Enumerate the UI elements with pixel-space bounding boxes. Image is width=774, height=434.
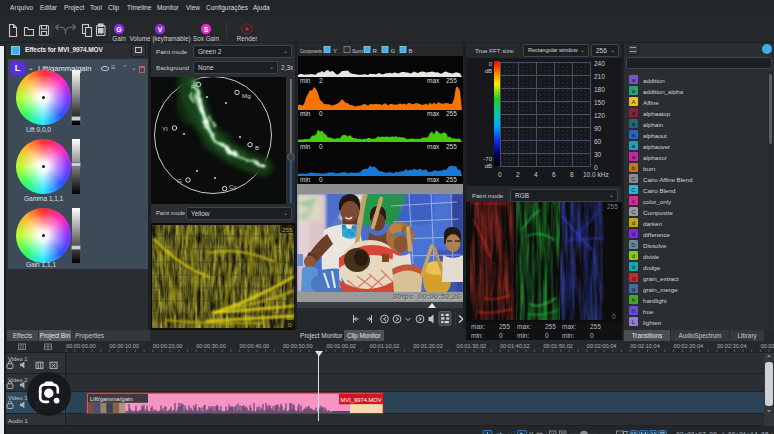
- svg-text:min: min: [300, 110, 311, 117]
- svg-text:00:01:10,02: 00:01:10,02: [370, 343, 400, 349]
- svg-text:00:01:00,02: 00:01:00,02: [326, 343, 356, 349]
- svg-text:dB: dB: [485, 68, 492, 74]
- svg-text:210: 210: [594, 73, 605, 80]
- svg-text:color_only: color_only: [643, 198, 672, 205]
- svg-text:G: G: [391, 48, 396, 54]
- svg-text:255: 255: [446, 110, 457, 117]
- svg-text:Cy: Cy: [229, 183, 237, 190]
- svg-text:00:00:30,00: 00:00:30,00: [196, 343, 226, 349]
- svg-text:Composite: Composite: [643, 209, 673, 216]
- svg-text:255: 255: [607, 203, 618, 210]
- svg-text:h: h: [632, 297, 635, 303]
- svg-text:B: B: [255, 144, 259, 151]
- svg-text:00:00:40,00: 00:00:40,00: [240, 343, 270, 349]
- svg-text:V: V: [158, 26, 163, 33]
- svg-text:255: 255: [446, 77, 457, 84]
- svg-text:150: 150: [594, 99, 605, 106]
- svg-text:00:01:40,02: 00:01:40,02: [500, 343, 530, 349]
- svg-text:8: 8: [570, 171, 574, 178]
- svg-text:120: 120: [594, 112, 605, 119]
- svg-text:00:02:00,04: 00:02:00,04: [587, 343, 617, 349]
- svg-text:Lift/gamma/gain: Lift/gamma/gain: [90, 396, 133, 402]
- svg-text:180: 180: [594, 86, 605, 93]
- svg-text:10.0 kHz: 10.0 kHz: [583, 171, 609, 178]
- svg-text:alphaover: alphaover: [643, 143, 670, 150]
- svg-text:g: g: [632, 286, 635, 292]
- svg-text:dB: dB: [485, 163, 492, 169]
- svg-text:Mg: Mg: [242, 92, 251, 99]
- svg-text:C: C: [631, 176, 636, 182]
- svg-text:60: 60: [594, 138, 602, 145]
- svg-text:0: 0: [319, 110, 323, 117]
- svg-text:0: 0: [319, 176, 323, 183]
- svg-text:burn: burn: [643, 165, 656, 172]
- svg-text:addition: addition: [643, 77, 665, 84]
- svg-text:d: d: [632, 253, 635, 259]
- svg-text:min: min: [300, 143, 311, 150]
- svg-text:lighten: lighten: [643, 319, 662, 326]
- svg-text:Affine: Affine: [643, 99, 659, 106]
- svg-text:00:00:50,00: 00:00:50,00: [283, 343, 313, 349]
- svg-text:B: B: [409, 48, 413, 54]
- svg-text:00:00:20,00: 00:00:20,00: [153, 343, 183, 349]
- svg-text:00:01:30,02: 00:01:30,02: [457, 343, 487, 349]
- svg-text:max: max: [427, 176, 440, 183]
- svg-text:00:02:20,04: 00:02:20,04: [674, 343, 704, 349]
- svg-text:d: d: [632, 264, 635, 270]
- svg-text:0: 0: [319, 143, 323, 150]
- svg-text:Dissolve: Dissolve: [643, 242, 667, 249]
- svg-text:2: 2: [319, 77, 323, 84]
- svg-text:min: min: [300, 77, 311, 84]
- svg-text:max: max: [427, 110, 440, 117]
- svg-text:grain_extract: grain_extract: [643, 275, 679, 282]
- svg-text:0: 0: [498, 171, 502, 178]
- svg-text:C: C: [631, 209, 636, 215]
- svg-text:0: 0: [594, 164, 598, 171]
- svg-text:6: 6: [552, 171, 556, 178]
- svg-text:2: 2: [516, 171, 520, 178]
- svg-text:255: 255: [446, 143, 457, 150]
- svg-text:0: 0: [288, 321, 292, 328]
- svg-text:c: c: [632, 198, 635, 204]
- svg-text:00:00:00,00: 00:00:00,00: [66, 343, 96, 349]
- svg-text:240: 240: [594, 60, 605, 67]
- svg-text:alphaxor: alphaxor: [643, 154, 667, 161]
- svg-text:grain_merge: grain_merge: [643, 286, 678, 293]
- svg-text:addition_alpha: addition_alpha: [643, 88, 684, 95]
- svg-text:alphaatop: alphaatop: [643, 110, 671, 117]
- svg-text:Cairo Affine Blend: Cairo Affine Blend: [643, 176, 693, 183]
- svg-text:hue: hue: [643, 308, 654, 315]
- svg-text:Video 1: Video 1: [8, 356, 28, 362]
- svg-text:max: max: [427, 77, 440, 84]
- svg-text:dodge: dodge: [643, 264, 661, 271]
- svg-text:Sum: Sum: [352, 48, 363, 54]
- svg-text:00:02:40,04: 00:02:40,04: [760, 343, 774, 349]
- svg-text:-70: -70: [483, 156, 492, 162]
- svg-text:G: G: [177, 177, 182, 184]
- svg-text:Sox Gain: Sox Gain: [193, 35, 219, 42]
- svg-text:max: max: [427, 143, 440, 150]
- svg-text:00:01:20,02: 00:01:20,02: [413, 343, 443, 349]
- svg-text:g: g: [632, 275, 635, 281]
- svg-text:hardlight: hardlight: [643, 297, 667, 304]
- svg-text:difference: difference: [643, 231, 671, 238]
- svg-text:Cairo Blend: Cairo Blend: [643, 187, 676, 194]
- svg-text:divide: divide: [643, 253, 660, 260]
- svg-text:4: 4: [534, 171, 538, 178]
- svg-text:255: 255: [282, 226, 293, 233]
- svg-text:D: D: [631, 242, 636, 248]
- svg-text:00:01:50,02: 00:01:50,02: [543, 343, 573, 349]
- svg-text:A: A: [631, 99, 635, 105]
- svg-text:0: 0: [612, 313, 616, 320]
- svg-text:0: 0: [489, 61, 493, 67]
- svg-text:00:00:10,00: 00:00:10,00: [109, 343, 139, 349]
- svg-text:R: R: [191, 83, 196, 90]
- svg-text:Yl: Yl: [162, 125, 168, 132]
- svg-text:C: C: [631, 187, 636, 193]
- svg-text:255: 255: [446, 176, 457, 183]
- svg-text:30: 30: [594, 151, 602, 158]
- svg-text:90: 90: [594, 125, 602, 132]
- svg-text:h: h: [632, 308, 635, 314]
- svg-text:00:02:30,04: 00:02:30,04: [717, 343, 747, 349]
- svg-text:Y: Y: [333, 48, 337, 54]
